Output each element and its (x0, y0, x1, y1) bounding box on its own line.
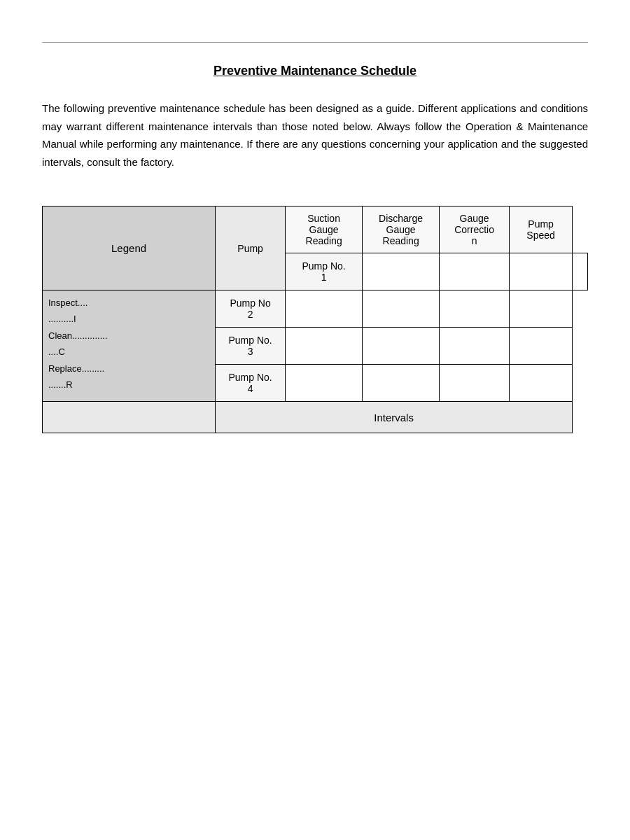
intervals-label: Intervals (216, 402, 573, 433)
pump-1-discharge (440, 253, 510, 290)
pump-header: Pump (216, 206, 286, 290)
pump-3-speed (510, 328, 573, 365)
pump-1-gauge (510, 253, 573, 290)
legend-header: Legend (43, 206, 216, 290)
pump-3-gauge (440, 328, 510, 365)
top-divider (42, 42, 588, 43)
pump-3-suction (286, 328, 363, 365)
suction-header: SuctionGaugeReading (286, 206, 363, 253)
pump-speed-header: PumpSpeed (510, 206, 573, 253)
pump-4-discharge (363, 365, 440, 402)
pump-1-label: Pump No.1 (286, 253, 363, 290)
pump-1-speed (573, 253, 588, 290)
page-title: Preventive Maintenance Schedule (42, 64, 588, 78)
pump-4-label: Pump No.4 (216, 365, 286, 402)
intro-text: The following preventive maintenance sch… (42, 99, 588, 171)
discharge-header: DischargeGaugeReading (363, 206, 440, 253)
pump-2-gauge (440, 290, 510, 328)
page-container: Preventive Maintenance Schedule The foll… (0, 0, 630, 475)
intervals-row: Intervals (43, 402, 588, 433)
pump-2-row: Inspect.... ..........I Clean...........… (43, 290, 588, 328)
pump-2-discharge (363, 290, 440, 328)
pump-1-suction (363, 253, 440, 290)
pump-2-label: Pump No2 (216, 290, 286, 328)
gauge-correction-header: GaugeCorrection (440, 206, 510, 253)
table-container: Legend Pump SuctionGaugeReading Discharg… (42, 206, 588, 433)
legend-content-cell: Inspect.... ..........I Clean...........… (43, 290, 216, 402)
pump-4-speed (510, 365, 573, 402)
pump-4-suction (286, 365, 363, 402)
pump-3-label: Pump No.3 (216, 328, 286, 365)
pump-2-suction (286, 290, 363, 328)
pump-2-speed (510, 290, 573, 328)
intervals-legend-cell (43, 402, 216, 433)
header-row-1: Legend Pump SuctionGaugeReading Discharg… (43, 206, 588, 253)
maintenance-table: Legend Pump SuctionGaugeReading Discharg… (42, 206, 588, 433)
pump-4-gauge (440, 365, 510, 402)
pump-3-discharge (363, 328, 440, 365)
